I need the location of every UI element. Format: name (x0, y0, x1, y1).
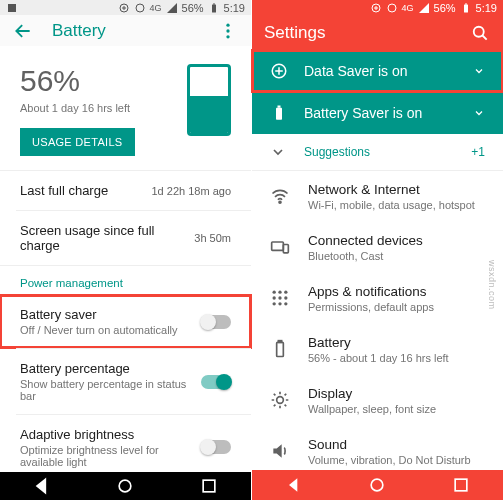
svg-point-14 (474, 27, 484, 37)
app-bar: Settings (252, 17, 503, 50)
svg-point-27 (273, 302, 276, 305)
item-sub: Wi-Fi, mobile, data usage, hotspot (308, 199, 475, 211)
settings-item-apps[interactable]: Apps & notificationsPermissions, default… (252, 273, 503, 324)
settings-item-battery[interactable]: Battery56% - about 1 day 16 hrs left (252, 324, 503, 375)
data-saver-label: Data Saver is on (304, 63, 457, 79)
battery-status-icon (460, 2, 472, 14)
battery-percentage-row[interactable]: Battery percentage Show battery percenta… (0, 349, 251, 414)
usage-details-button[interactable]: USAGE DETAILS (20, 128, 135, 156)
svg-point-7 (226, 35, 229, 38)
battery-saver-sub: Off / Never turn on automatically (20, 324, 178, 336)
svg-rect-31 (278, 341, 281, 343)
status-battery-pct: 56% (182, 2, 204, 14)
search-icon[interactable] (469, 22, 491, 44)
item-title: Network & Internet (308, 182, 475, 197)
back-icon[interactable] (12, 20, 34, 42)
nav-bar (0, 472, 251, 500)
svg-rect-30 (277, 343, 284, 357)
last-charge-label: Last full charge (20, 183, 108, 198)
app-icon (6, 2, 18, 14)
display-icon (270, 390, 290, 410)
svg-point-18 (279, 201, 281, 203)
settings-item-network[interactable]: Network & InternetWi-Fi, mobile, data us… (252, 171, 503, 222)
svg-point-32 (277, 397, 284, 404)
adaptive-brightness-row[interactable]: Adaptive brightness Optimize brightness … (0, 415, 251, 472)
sound-icon (270, 441, 290, 461)
item-title: Connected devices (308, 233, 423, 248)
svg-rect-20 (283, 245, 288, 253)
page-title: Battery (52, 21, 199, 41)
lte-label: 4G (150, 3, 162, 13)
watermark: wsxdn.com (487, 260, 497, 310)
svg-point-6 (226, 29, 229, 32)
battery-saver-banner[interactable]: Battery Saver is on (252, 92, 503, 134)
svg-point-29 (284, 302, 287, 305)
adaptive-sub: Optimize brightness level for available … (20, 444, 189, 468)
svg-rect-19 (272, 242, 284, 250)
settings-item-display[interactable]: DisplayWallpaper, sleep, font size (252, 375, 503, 426)
battery-saver-label: Battery Saver is on (304, 105, 457, 121)
item-title: Display (308, 386, 436, 401)
item-sub: 56% - about 1 day 16 hrs left (308, 352, 449, 364)
battery-screen: 4G 56% 5:19 Battery 56% About 1 day 16 h… (0, 0, 251, 500)
svg-point-8 (120, 480, 132, 492)
svg-rect-3 (212, 4, 216, 12)
battery-saver-toggle[interactable] (201, 315, 231, 329)
overflow-menu-icon[interactable] (217, 20, 239, 42)
signal-icon (166, 2, 178, 14)
nav-recent-icon[interactable] (199, 476, 219, 496)
svg-point-11 (388, 4, 396, 12)
svg-point-28 (278, 302, 281, 305)
lte-label: 4G (402, 3, 414, 13)
suggestions-count: +1 (471, 145, 485, 159)
nav-home-icon[interactable] (367, 475, 387, 495)
nav-recent-icon[interactable] (451, 475, 471, 495)
data-saver-icon (270, 62, 288, 80)
app-bar: Battery (0, 15, 251, 46)
item-sub: Volume, vibration, Do Not Disturb (308, 454, 471, 466)
devices-icon (270, 237, 290, 257)
nav-back-icon[interactable] (32, 476, 52, 496)
svg-rect-4 (213, 3, 215, 4)
status-bar: 4G 56% 5:19 (0, 0, 251, 15)
battery-status-icon (208, 2, 220, 14)
status-battery-pct: 56% (434, 2, 456, 14)
nav-back-icon[interactable] (284, 475, 304, 495)
settings-item-sound[interactable]: SoundVolume, vibration, Do Not Disturb (252, 426, 503, 470)
battery-summary: 56% About 1 day 16 hrs left USAGE DETAIL… (0, 46, 251, 170)
data-saver-banner[interactable]: Data Saver is on (252, 50, 503, 92)
page-title: Settings (264, 23, 451, 43)
last-charge-value: 1d 22h 18m ago (151, 185, 231, 197)
battery-saver-title: Battery saver (20, 307, 178, 322)
svg-rect-13 (465, 4, 467, 5)
svg-point-5 (226, 23, 229, 26)
item-title: Sound (308, 437, 471, 452)
svg-point-25 (278, 297, 281, 300)
screen-usage-label: Screen usage since full charge (20, 223, 160, 253)
svg-rect-12 (464, 5, 468, 13)
settings-item-connected[interactable]: Connected devicesBluetooth, Cast (252, 222, 503, 273)
suggestions-header[interactable]: Suggestions +1 (252, 134, 503, 170)
svg-point-24 (273, 297, 276, 300)
item-sub: Permissions, default apps (308, 301, 434, 313)
svg-point-33 (372, 479, 384, 491)
battery-icon (270, 339, 290, 359)
chevron-down-icon (473, 65, 485, 77)
svg-rect-16 (276, 108, 282, 120)
battery-saver-row[interactable]: Battery saver Off / Never turn on automa… (0, 295, 251, 348)
battery-percentage-title: Battery percentage (20, 361, 189, 376)
item-sub: Wallpaper, sleep, font size (308, 403, 436, 415)
nfc-status-icon (134, 2, 146, 14)
battery-percentage-toggle[interactable] (201, 375, 231, 389)
suggestions-label: Suggestions (304, 145, 471, 159)
battery-estimate: About 1 day 16 hrs left (20, 102, 175, 114)
svg-rect-17 (278, 105, 281, 107)
svg-point-21 (273, 291, 276, 294)
status-time: 5:19 (476, 2, 497, 14)
svg-rect-9 (203, 480, 215, 492)
nfc-status-icon (386, 2, 398, 14)
power-management-header: Power management (0, 265, 251, 295)
svg-point-23 (284, 291, 287, 294)
nav-home-icon[interactable] (115, 476, 135, 496)
adaptive-toggle[interactable] (201, 440, 231, 454)
